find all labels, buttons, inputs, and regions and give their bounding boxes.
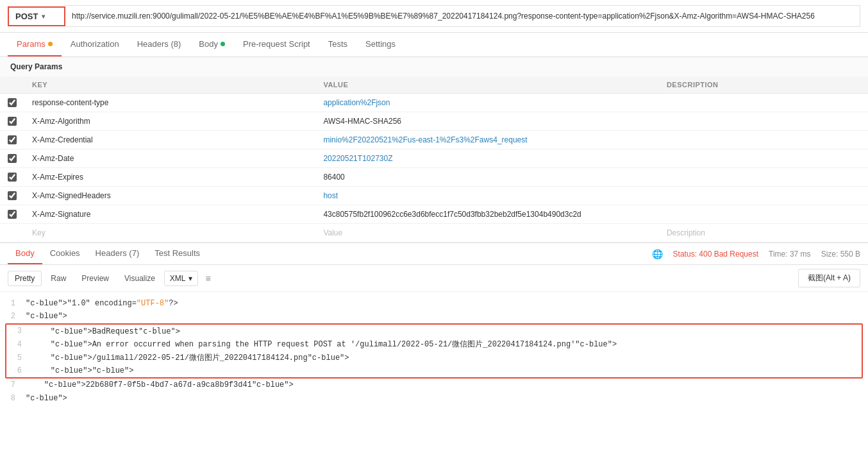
row-description bbox=[659, 131, 868, 149]
row-key: X-Amz-Algorithm bbox=[24, 112, 315, 131]
table-row-placeholder: Key Value Description bbox=[0, 224, 868, 243]
row-value: 43c80575fb2f100962cc6e3d6bfecc1f7c50d3fb… bbox=[315, 205, 658, 224]
table-row: X-Amz-Date 20220521T102730Z bbox=[0, 149, 868, 168]
line-number: 3 bbox=[6, 325, 32, 337]
response-tab-test-results[interactable]: Test Results bbox=[147, 243, 208, 264]
format-chevron: ▾ bbox=[188, 274, 192, 283]
col-header-description: DESCRIPTION bbox=[659, 76, 868, 94]
row-checkbox-cell bbox=[0, 149, 24, 168]
col-header-key: KEY bbox=[24, 76, 315, 94]
placeholder-value[interactable]: Value bbox=[315, 224, 658, 243]
row-description bbox=[659, 112, 868, 131]
url-input[interactable] bbox=[65, 5, 860, 27]
line-number: 2 bbox=[0, 310, 26, 323]
tab-headers-label: Headers (8) bbox=[137, 39, 181, 49]
row-checkbox-cell bbox=[0, 131, 24, 149]
tab-headers[interactable]: Headers (8) bbox=[128, 33, 190, 56]
code-line: 5 "c-blue">/gulimall/2022-05-21/微信图片_202… bbox=[6, 352, 862, 364]
tab-settings[interactable]: Settings bbox=[356, 33, 405, 56]
table-row: response-content-type application%2Fjson bbox=[0, 94, 868, 112]
row-value: host bbox=[315, 187, 658, 205]
code-line: 7 "c-blue">22b680f7-0f5b-4bd7-a67d-a9ca8… bbox=[0, 379, 868, 391]
code-line: 8"c-blue"> bbox=[0, 392, 868, 405]
placeholder-description[interactable]: Description bbox=[659, 224, 868, 243]
response-tab-body[interactable]: Body bbox=[8, 243, 42, 264]
body-dot bbox=[221, 42, 225, 46]
row-value: 86400 bbox=[315, 168, 658, 187]
fmt-tab-preview[interactable]: Preview bbox=[75, 271, 115, 285]
code-line: 3 "c-blue">BadRequest"c-blue"> bbox=[6, 325, 862, 338]
code-area: 1"c-blue">"1.0" encoding="UTF-8"?>2"c-bl… bbox=[0, 292, 868, 410]
line-content: "c-blue"> bbox=[26, 392, 868, 405]
row-checkbox-cell bbox=[0, 205, 24, 224]
response-tab-cookies[interactable]: Cookies bbox=[42, 243, 88, 264]
row-value: AWS4-HMAC-SHA256 bbox=[315, 112, 658, 131]
tab-params[interactable]: Params bbox=[8, 33, 62, 56]
tab-authorization[interactable]: Authorization bbox=[62, 33, 128, 56]
method-chevron: ▾ bbox=[42, 13, 45, 20]
row-key: X-Amz-Signature bbox=[24, 205, 315, 224]
line-number: 6 bbox=[6, 364, 32, 377]
params-dot bbox=[48, 42, 53, 46]
row-checkbox-cell bbox=[0, 168, 24, 187]
fmt-tab-pretty[interactable]: Pretty bbox=[8, 271, 42, 286]
request-tabs-row: Params Authorization Headers (8) Body Pr… bbox=[0, 33, 868, 57]
tab-tests-label: Tests bbox=[328, 39, 347, 49]
row-checkbox-cell bbox=[0, 187, 24, 205]
fmt-tab-visualize[interactable]: Visualize bbox=[118, 271, 162, 285]
method-selector[interactable]: POST ▾ bbox=[8, 6, 65, 26]
response-size: Size: 550 B bbox=[821, 250, 860, 259]
row-value: application%2Fjson bbox=[315, 94, 658, 112]
format-type-selector[interactable]: XML ▾ bbox=[164, 271, 198, 286]
row-checkbox[interactable] bbox=[8, 210, 17, 219]
row-key: X-Amz-Expires bbox=[24, 168, 315, 187]
row-key: X-Amz-SignedHeaders bbox=[24, 187, 315, 205]
table-row: X-Amz-Expires 86400 bbox=[0, 168, 868, 187]
row-checkbox[interactable] bbox=[8, 135, 17, 144]
line-number: 4 bbox=[6, 338, 32, 351]
row-value: minio%2F20220521%2Fus-east-1%2Fs3%2Faws4… bbox=[315, 131, 658, 149]
globe-icon: 🌐 bbox=[652, 249, 663, 259]
row-checkbox[interactable] bbox=[8, 154, 17, 163]
row-description bbox=[659, 149, 868, 168]
tab-pre-request[interactable]: Pre-request Script bbox=[234, 33, 319, 56]
row-key: X-Amz-Credential bbox=[24, 131, 315, 149]
format-row: Pretty Raw Preview Visualize XML ▾ ≡ 截图(… bbox=[0, 265, 868, 292]
tab-body[interactable]: Body bbox=[190, 33, 234, 56]
fmt-tab-raw[interactable]: Raw bbox=[44, 271, 72, 285]
status-badge: Status: 400 Bad Request bbox=[673, 250, 758, 259]
line-content: "c-blue">"1.0" encoding="UTF-8"?> bbox=[26, 297, 868, 310]
params-table: KEY VALUE DESCRIPTION response-content-t… bbox=[0, 76, 868, 243]
response-tab-headers[interactable]: Headers (7) bbox=[88, 243, 147, 264]
code-line: 2"c-blue"> bbox=[0, 310, 868, 323]
table-row: X-Amz-Signature 43c80575fb2f100962cc6e3d… bbox=[0, 205, 868, 224]
format-type-label: XML bbox=[170, 274, 186, 283]
tab-settings-label: Settings bbox=[365, 39, 396, 49]
wrap-icon[interactable]: ≡ bbox=[206, 273, 211, 284]
placeholder-key[interactable]: Key bbox=[24, 224, 315, 243]
row-description bbox=[659, 187, 868, 205]
tab-tests[interactable]: Tests bbox=[319, 33, 356, 56]
line-content: "c-blue">"c-blue"> bbox=[32, 364, 862, 377]
response-tabs-row: Body Cookies Headers (7) Test Results 🌐 … bbox=[0, 243, 868, 265]
line-content: "c-blue"> bbox=[26, 310, 868, 323]
line-number: 5 bbox=[6, 352, 32, 364]
row-checkbox-cell bbox=[0, 94, 24, 112]
row-checkbox[interactable] bbox=[8, 98, 17, 107]
row-checkbox[interactable] bbox=[8, 191, 17, 200]
response-status-area: 🌐 Status: 400 Bad Request Time: 37 ms Si… bbox=[652, 249, 860, 259]
line-number: 7 bbox=[0, 379, 26, 391]
screenshot-button[interactable]: 截图(Alt + A) bbox=[798, 269, 860, 287]
tab-pre-request-label: Pre-request Script bbox=[243, 39, 310, 49]
response-area: Body Cookies Headers (7) Test Results 🌐 … bbox=[0, 243, 868, 410]
row-description bbox=[659, 94, 868, 112]
row-checkbox[interactable] bbox=[8, 117, 17, 126]
tab-body-label: Body bbox=[199, 39, 218, 49]
line-content: "c-blue">An error occurred when parsing … bbox=[32, 338, 862, 351]
code-line: 1"c-blue">"1.0" encoding="UTF-8"?> bbox=[0, 297, 868, 310]
table-row: X-Amz-SignedHeaders host bbox=[0, 187, 868, 205]
row-key: response-content-type bbox=[24, 94, 315, 112]
response-time: Time: 37 ms bbox=[769, 250, 811, 259]
method-label: POST bbox=[15, 12, 38, 21]
row-checkbox[interactable] bbox=[8, 173, 17, 182]
